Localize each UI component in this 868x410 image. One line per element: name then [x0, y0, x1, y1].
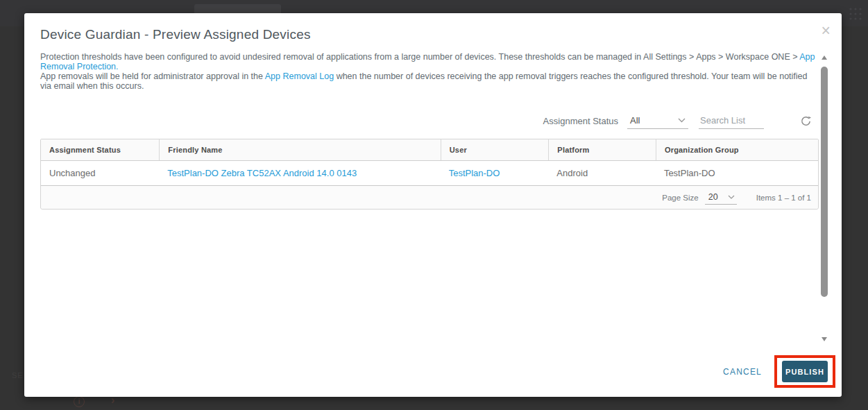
page-size-value: 20	[708, 192, 718, 202]
column-header-friendly-name: Friendly Name	[159, 139, 440, 160]
intro-text: Protection thresholds have been configur…	[40, 52, 820, 91]
screen: SE i › Device Guardian - Preview Assigne…	[0, 0, 868, 410]
app-grid-icon	[848, 6, 863, 24]
device-friendly-name-link[interactable]: TestPlan-DO Zebra TC52AX Android 14.0 01…	[167, 168, 357, 178]
pagination-bar: Page Size 20 Items 1 – 1 of 1	[41, 186, 818, 209]
assignment-status-filter-label: Assignment Status	[543, 116, 618, 126]
publish-button[interactable]: PUBLISH	[782, 361, 828, 382]
cell-organization-group: TestPlan-DO	[656, 168, 818, 178]
devices-table: Assignment Status Friendly Name User Pla…	[40, 139, 819, 210]
user-link[interactable]: TestPlan-DO	[449, 168, 500, 178]
modal-title: Device Guardian - Preview Assigned Devic…	[40, 27, 311, 42]
info-icon: i	[74, 396, 85, 407]
items-count-text: Items 1 – 1 of 1	[756, 194, 811, 202]
table-row: Unchanged TestPlan-DO Zebra TC52AX Andro…	[41, 161, 818, 186]
column-header-assignment-status: Assignment Status	[41, 139, 159, 160]
chevron-down-icon	[678, 118, 686, 123]
search-input[interactable]	[699, 113, 764, 129]
page-size-label: Page Size	[662, 194, 698, 202]
modal-scrollbar	[820, 55, 828, 341]
assignment-status-dropdown[interactable]: All	[627, 113, 688, 129]
column-header-organization-group: Organization Group	[656, 139, 818, 160]
intro-p2-before: App removals will be held for administra…	[40, 71, 265, 81]
chevron-down-icon	[728, 195, 735, 199]
scroll-up-arrow-icon[interactable]	[822, 55, 827, 60]
table-header-row: Assignment Status Friendly Name User Pla…	[41, 139, 818, 161]
close-icon[interactable]: ×	[822, 23, 831, 39]
intro-paragraph-2: App removals will be held for administra…	[40, 71, 820, 91]
refresh-icon[interactable]	[800, 115, 812, 127]
intro-paragraph-1: Protection thresholds have been configur…	[40, 52, 820, 71]
list-filter-bar: Assignment Status All	[543, 110, 812, 131]
column-header-user: User	[441, 139, 549, 160]
app-removal-log-link[interactable]: App Removal Log	[265, 71, 334, 81]
cancel-button[interactable]: CANCEL	[723, 367, 762, 377]
scrollbar-thumb[interactable]	[821, 67, 828, 297]
column-header-platform: Platform	[548, 139, 656, 160]
dimmed-sidebar-text: SE	[12, 371, 24, 379]
modal-footer: CANCEL PUBLISH	[723, 355, 835, 388]
annotation-highlight-box: PUBLISH	[774, 355, 835, 388]
page-size-dropdown[interactable]: 20	[705, 191, 737, 205]
preview-assigned-devices-modal: Device Guardian - Preview Assigned Devic…	[24, 13, 842, 397]
cell-assignment-status: Unchanged	[41, 168, 159, 178]
cell-platform: Android	[548, 168, 656, 178]
scroll-down-arrow-icon[interactable]	[822, 337, 827, 341]
assignment-status-dropdown-value: All	[630, 115, 640, 126]
intro-p1-text: Protection thresholds have been configur…	[40, 52, 799, 62]
